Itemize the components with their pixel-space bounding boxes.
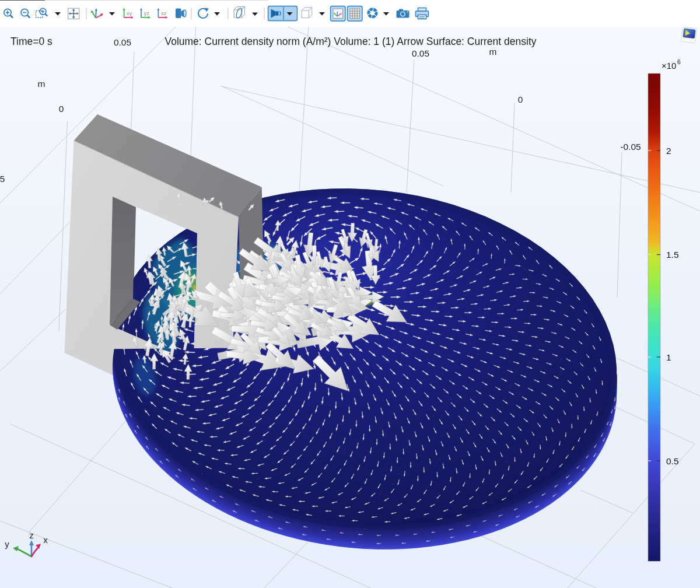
svg-text:xy: xy — [127, 10, 132, 16]
svg-text:2: 2 — [666, 146, 671, 156]
svg-text:0: 0 — [518, 94, 523, 104]
svg-text:Time=0 s: Time=0 s — [10, 36, 52, 47]
svg-text:6: 6 — [677, 58, 681, 65]
svg-text:×10: ×10 — [662, 61, 676, 71]
svg-text:-0.05: -0.05 — [620, 142, 640, 152]
svg-text:m: m — [38, 79, 46, 89]
svg-text:Volume: Current density norm (: Volume: Current density norm (A/m²) Volu… — [164, 36, 536, 47]
svg-text:z: z — [29, 530, 34, 540]
svg-text:x: x — [43, 535, 48, 545]
svg-text:0.05: 0.05 — [412, 48, 429, 58]
svg-text:yz: yz — [144, 10, 150, 16]
svg-text:0.5: 0.5 — [666, 456, 679, 466]
svg-text:xz: xz — [161, 10, 167, 16]
svg-text:1.5: 1.5 — [666, 250, 679, 260]
svg-text:y: y — [5, 539, 9, 549]
svg-text:0: 0 — [59, 104, 64, 114]
svg-text:-0.05: -0.05 — [0, 174, 5, 184]
svg-text:0.05: 0.05 — [114, 37, 131, 47]
svg-text:1: 1 — [666, 352, 671, 362]
svg-text:m: m — [489, 47, 497, 57]
